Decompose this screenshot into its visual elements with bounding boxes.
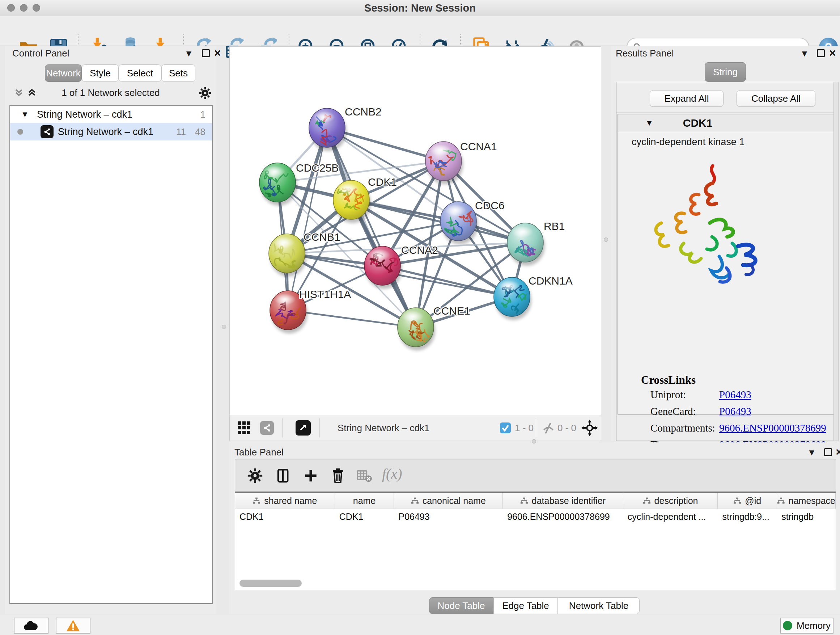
tab-style[interactable]: Style <box>82 65 118 82</box>
zoom-window-button[interactable] <box>33 4 40 11</box>
node-CDK1[interactable] <box>333 180 371 223</box>
minimize-window-button[interactable] <box>20 4 27 11</box>
tab-node-table[interactable]: Node Table <box>429 597 493 614</box>
column-header-namespace[interactable]: namespace <box>777 493 836 509</box>
tree-expander-icon[interactable]: ▼ <box>21 110 29 119</box>
function-builder-icon[interactable]: f(x) <box>382 465 402 482</box>
column-header-database-identifier[interactable]: database identifier <box>503 493 623 509</box>
expand-all-button[interactable]: Expand All <box>650 90 723 107</box>
title-bar: Session: New Session <box>0 0 840 16</box>
panel-menu-icon[interactable]: ▼ <box>800 49 809 58</box>
column-header-shared-name[interactable]: shared name <box>235 493 335 509</box>
close-window-button[interactable] <box>7 4 15 11</box>
horizontal-scrollbar-thumb[interactable] <box>240 580 302 587</box>
splitter-handle[interactable] <box>222 325 226 329</box>
node-CDKN1A[interactable] <box>494 277 531 320</box>
table-row[interactable]: CDK1CDK1P064939606.ENSP00000378699cyclin… <box>235 509 836 525</box>
selected-node-edge-counts: 1 - 0 <box>515 415 534 440</box>
node-CCNB2[interactable] <box>309 108 347 151</box>
table-cell[interactable]: cyclin-dependent ... <box>623 509 718 525</box>
node-CCNA2[interactable] <box>364 246 402 289</box>
column-type-icon <box>643 497 651 504</box>
edge-count: 48 <box>195 126 205 138</box>
gene-symbol: CDK1 <box>683 117 713 129</box>
splitter-handle[interactable] <box>604 238 608 242</box>
warning-status-button[interactable] <box>56 618 90 633</box>
table-cell[interactable]: stringdb <box>777 509 836 525</box>
delete-column-trash-icon[interactable] <box>330 467 346 484</box>
node-RB1[interactable] <box>507 223 545 266</box>
crosslink-row: Uniprot:P06493 <box>618 389 834 405</box>
close-panel-icon[interactable]: × <box>836 448 840 456</box>
node-CDC6[interactable] <box>440 202 478 244</box>
window-controls <box>7 4 40 11</box>
gene-card-header[interactable]: ▼ CDK1 <box>618 114 834 132</box>
crosslink-link[interactable]: 9606.ENSP00000378699 <box>719 422 826 434</box>
node-label-CCNA1: CCNA1 <box>460 141 497 152</box>
panel-menu-icon[interactable]: ▼ <box>807 448 816 457</box>
add-column-icon[interactable] <box>303 468 318 483</box>
show-columns-icon[interactable] <box>276 468 291 483</box>
birds-eye-view-icon[interactable] <box>260 421 274 435</box>
collection-label: String Network – cdk1 <box>37 109 133 120</box>
float-panel-icon[interactable] <box>817 49 825 57</box>
toolbar-separator <box>282 418 283 438</box>
column-header-name[interactable]: name <box>335 493 394 509</box>
table-cell[interactable]: stringdb:9... <box>718 509 777 525</box>
string-results-content: Expand All Collapse All ▼ CDK1 cyclin-de… <box>616 82 835 441</box>
column-header-label: shared name <box>264 496 317 506</box>
crosslink-label: Compartments: <box>651 422 715 434</box>
network-view-toolbar: String Network – cdk1 1 - 0 0 - 0 <box>230 415 601 440</box>
node-CCNA1[interactable] <box>425 141 463 184</box>
network-collection-row[interactable]: ▼ String Network – cdk1 1 <box>10 106 212 123</box>
network-canvas[interactable]: CCNB2CCNA1CDC25BCDK1CDC6RB1CCNB1CCNA2CDK… <box>230 47 601 415</box>
memory-status-button[interactable]: Memory <box>780 618 834 633</box>
panel-menu-icon[interactable]: ▼ <box>185 49 193 58</box>
node-label-CDKN1A: CDKN1A <box>529 275 573 287</box>
node-label-CCNB1: CCNB1 <box>303 231 340 243</box>
delete-table-icon[interactable] <box>357 470 373 483</box>
collapse-all-button[interactable]: Collapse All <box>737 90 815 107</box>
column-header--id[interactable]: @id <box>718 493 777 509</box>
table-cell[interactable]: 9606.ENSP00000378699 <box>503 509 623 525</box>
tab-edge-table[interactable]: Edge Table <box>493 597 558 614</box>
close-panel-icon[interactable]: × <box>829 49 836 57</box>
float-panel-icon[interactable] <box>202 49 210 57</box>
grid-view-icon[interactable] <box>238 421 251 434</box>
column-header-description[interactable]: description <box>623 493 718 509</box>
table-settings-gear-icon[interactable] <box>248 468 263 483</box>
gear-icon[interactable] <box>199 87 211 99</box>
selected-checkbox-icon[interactable] <box>500 422 511 434</box>
crosslink-link[interactable]: P06493 <box>719 405 752 417</box>
status-bar: Memory <box>0 614 840 635</box>
node-label-CCNA2: CCNA2 <box>401 244 438 256</box>
node-CDC25B[interactable] <box>259 163 297 206</box>
card-expander-icon[interactable]: ▼ <box>645 119 653 128</box>
network-row[interactable]: String Network – cdk1 11 48 <box>10 123 212 141</box>
cloud-status-button[interactable] <box>14 618 49 633</box>
node-label-CDK1: CDK1 <box>368 176 397 188</box>
tab-string[interactable]: String <box>705 62 746 82</box>
tab-network-table[interactable]: Network Table <box>558 597 639 614</box>
results-buttons-row: Expand All Collapse All <box>616 82 835 113</box>
crosslink-link[interactable]: P06493 <box>719 389 752 401</box>
tab-select[interactable]: Select <box>118 65 161 82</box>
table-cell[interactable]: CDK1 <box>335 509 394 525</box>
table-cell[interactable]: P06493 <box>394 509 503 525</box>
tab-sets[interactable]: Sets <box>161 65 195 82</box>
network-view-panel: CCNB2CCNA1CDC25BCDK1CDC6RB1CCNB1CCNA2CDK… <box>229 46 601 441</box>
float-panel-icon[interactable] <box>824 448 832 456</box>
detach-view-icon[interactable] <box>295 420 311 435</box>
edge-CCNB2-HIST1H1A[interactable] <box>288 128 327 310</box>
tab-network[interactable]: Network <box>45 65 82 82</box>
splitter-handle[interactable] <box>532 439 536 443</box>
pan-crosshair-icon[interactable] <box>581 420 598 436</box>
window-title: Session: New Session <box>364 2 476 14</box>
node-label-HIST1H1A: HIST1H1A <box>299 288 351 300</box>
table-cell[interactable]: CDK1 <box>235 509 335 525</box>
node-CCNE1[interactable] <box>398 308 435 350</box>
results-scrollbar[interactable] <box>834 82 838 441</box>
close-panel-icon[interactable]: × <box>214 49 221 57</box>
column-type-icon <box>520 497 528 504</box>
column-header-canonical-name[interactable]: canonical name <box>394 493 503 509</box>
